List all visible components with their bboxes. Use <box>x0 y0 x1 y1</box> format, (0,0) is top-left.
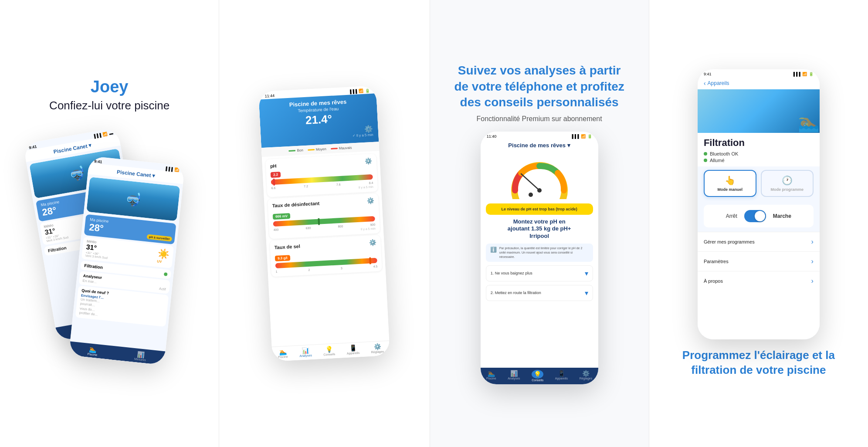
svg-point-4 <box>529 193 533 197</box>
pool-bg-icon: 🏊 <box>798 112 820 133</box>
nav-piscine-2[interactable]: 🏊 Piscine <box>278 348 288 359</box>
nav-label-analyses-2: Analyses <box>300 354 312 357</box>
signal-4: ▐▐▐ <box>792 72 800 76</box>
nav-icon-analyses-3: 📊 <box>508 370 520 377</box>
status-allume: Allumé <box>704 158 814 163</box>
nav-icon-conseils-3: 💡 <box>532 370 543 379</box>
nav-label-piscine-3: Piscine <box>486 377 496 380</box>
nav-piscine-1fa[interactable]: 🏊 Piscine <box>88 345 98 356</box>
quadrant-2: 11:44 ▐▐▐ 📶 🔋 Piscine de mes rêves Tempé… <box>219 0 429 447</box>
dis-gear-icon[interactable]: ⚙️ <box>366 197 374 204</box>
mode-programme-btn[interactable]: 🕐 Mode programme <box>761 170 814 197</box>
nav-analyses-3[interactable]: 📊 Analyses <box>508 370 520 382</box>
menu-programmes-chevron: › <box>811 238 814 246</box>
nav-label-reglages-3: Réglages <box>580 377 593 380</box>
gear-icon-2[interactable]: ⚙️ <box>364 125 373 133</box>
salt-gear-icon[interactable]: ⚙️ <box>369 239 376 246</box>
signal-3: ▐▐▐ <box>570 134 579 139</box>
salt-scale-1: 1 <box>276 270 278 273</box>
step-2-chevron: ▾ <box>585 289 588 297</box>
pool-name-3: Piscine de mes rêves <box>508 142 566 149</box>
info-text-3: Par précaution, la quantité est limitée … <box>499 246 589 259</box>
ph-scale-3: 7.6 <box>336 183 341 186</box>
step-1-chevron: ▾ <box>585 269 588 278</box>
menu-parametres-chevron: › <box>811 257 814 265</box>
step-2-row[interactable]: 2. Mettez en route la filtration ▾ <box>486 285 593 301</box>
info-icon-3: ℹ️ <box>490 246 497 259</box>
dis-scale-3: 800 <box>338 225 343 228</box>
bluetooth-status-dot <box>704 152 707 156</box>
pool-name-1f: Piscine Canet ▾ <box>117 169 156 179</box>
sun-icon-1f: ☀️ <box>157 248 170 260</box>
legend-bon-line <box>289 150 296 152</box>
battery-icon-1b: ▬ <box>109 131 114 135</box>
nav-label-conseils-3: Conseils <box>532 379 543 382</box>
nav-appareils-3[interactable]: 📱 Appareils <box>555 370 568 382</box>
nav-appareils-2[interactable]: 📱 Appareils <box>346 344 359 355</box>
dis-value: 666 mV <box>273 213 291 220</box>
nav-icon-reglages-3: ⚙️ <box>580 370 593 377</box>
phone-2: 11:44 ▐▐▐ 📶 🔋 Piscine de mes rêves Tempé… <box>258 85 390 361</box>
svg-point-3 <box>537 188 542 193</box>
menu-parametres[interactable]: Paramètres › <box>698 251 820 271</box>
nav-label-conseils-2: Conseils <box>324 352 336 356</box>
menu-parametres-label: Paramètres <box>704 259 729 264</box>
salt-indicator <box>370 257 372 264</box>
quadrant-1: Joey Confiez-lui votre piscine 9:41 ▐▐▐ … <box>0 0 219 447</box>
advice-title-3: Montez votre pH enajoutant 1.35 kg de pH… <box>487 218 592 240</box>
salt-scale-3: 3 <box>341 267 342 270</box>
nav-conseils-3-active[interactable]: 💡 Conseils <box>532 370 543 382</box>
nav-icon-appareils-3: 📱 <box>555 370 568 377</box>
salt-title: Taux de sel <box>275 244 301 250</box>
toggle-switch-4[interactable] <box>744 210 766 222</box>
back-arrow-4[interactable]: ‹ <box>704 80 706 87</box>
ph-title: pH <box>270 163 277 169</box>
mode-manuel-icon: 👆 <box>707 175 753 186</box>
ph-gear-icon[interactable]: ⚙️ <box>365 157 373 165</box>
legend-mauvais: Mauvais <box>331 146 352 151</box>
nav-label-piscine-1fa: Piscine <box>88 352 98 356</box>
status-time-1f: 9:41 <box>94 159 102 164</box>
nav-label-reglages-2: Réglages <box>371 350 384 354</box>
wifi-2: 📶 <box>359 89 364 94</box>
status-time-4: 9:41 <box>704 72 712 76</box>
back-label-4[interactable]: Appareils <box>708 80 729 86</box>
filtration-label-1: Filtration <box>47 245 67 253</box>
alert-box-3: Le niveau de pH est trop bas (trop acide… <box>486 203 593 215</box>
mode-manuel-btn[interactable]: 👆 Mode manuel <box>704 170 756 197</box>
menu-programmes[interactable]: Gérer mes programmes › <box>698 232 820 251</box>
analyser-status-1f: En mar... <box>82 279 97 284</box>
battery-4: 🔋 <box>809 72 814 76</box>
nav-icon-analyses-2: 📊 <box>299 347 312 354</box>
phone-1-front: 9:41 ▐▐▐ 📶 Piscine Canet ▾ 🤿 Ma piscine <box>69 156 185 365</box>
nav-piscine-3[interactable]: 🏊 Piscine <box>486 370 496 382</box>
status-bluetooth: Bluetooth OK <box>704 151 814 156</box>
q1-title: Joey <box>91 78 129 96</box>
nav-reglages-3[interactable]: ⚙️ Réglages <box>580 370 593 382</box>
filtration-dot-1f <box>164 272 168 276</box>
menu-apropos[interactable]: À propos › <box>698 271 820 291</box>
ph-indicator <box>273 179 275 186</box>
nav-reglages-2[interactable]: ⚙️ Réglages <box>371 343 384 354</box>
legend-moyen: Moyen <box>308 147 326 152</box>
dis-scale-1: 400 <box>274 228 279 232</box>
nav-mesures-1fa[interactable]: 📊 Mesures <box>134 350 147 362</box>
filtration-title: Filtration <box>704 137 814 149</box>
nav-analyses-2[interactable]: 📊 Analyses <box>299 347 312 357</box>
quadrant-4: 9:41 ▐▐▐ 📶 🔋 ‹ Appareils 🏊 <box>649 0 868 447</box>
legend-mauvais-line <box>331 148 338 149</box>
nav-label-analyses-3: Analyses <box>508 377 520 380</box>
bluetooth-status-label: Bluetooth OK <box>710 151 738 156</box>
uv-label-1f: UV <box>157 259 169 264</box>
q3-title: Suivez vos analyses à partirde votre tél… <box>454 63 624 110</box>
filtration-image-area: 🏊 <box>698 89 820 133</box>
nav-label-piscine-2: Piscine <box>278 355 288 359</box>
status-time-2: 11:44 <box>265 94 275 98</box>
ph-scale-4: 8.4 <box>369 181 373 184</box>
nav-label-mesures-1fa: Mesures <box>134 357 146 362</box>
step-1-row[interactable]: 1. Ne vous baignez plus ▾ <box>486 265 593 281</box>
nav-conseils-2[interactable]: 💡 Conseils <box>323 345 336 356</box>
ph-scale-2: 7.2 <box>304 185 308 188</box>
dis-scale-2: 630 <box>306 227 311 230</box>
ph-value: 2.2 <box>271 172 281 178</box>
